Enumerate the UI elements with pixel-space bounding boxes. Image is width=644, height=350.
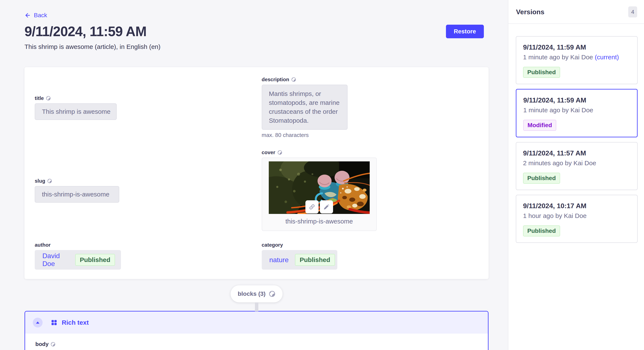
rich-text-body: body	[25, 334, 488, 348]
component-grid-icon	[51, 319, 58, 326]
page-header: 9/11/2024, 11:59 AM Restore	[24, 25, 484, 38]
link-icon	[309, 204, 315, 210]
version-meta: 1 hour ago by Kai Doe	[523, 212, 630, 220]
rich-text-header: Rich text	[25, 312, 488, 334]
author-label: author	[35, 242, 51, 248]
version-meta: 1 minute ago by Kai Doe (current)	[523, 53, 630, 61]
collapse-button[interactable]	[33, 318, 42, 328]
rich-text-label: Rich text	[62, 319, 89, 326]
cover-card: this-shrimp-is-awesome	[262, 158, 377, 231]
versions-heading: Versions	[516, 8, 544, 16]
fields-grid: title description Mantis shrimps, or sto…	[35, 77, 478, 270]
author-link[interactable]: David Doe	[42, 252, 69, 268]
version-status-badge: Published	[523, 173, 560, 184]
version-meta: 2 minutes ago by Kai Doe	[523, 159, 630, 167]
slug-label: slug	[35, 178, 45, 184]
blocks-connector	[255, 302, 258, 311]
category-link[interactable]: nature	[270, 256, 289, 264]
version-status-badge: Published	[523, 67, 560, 78]
version-current-label: (current)	[593, 54, 619, 61]
title-input	[35, 103, 117, 120]
version-detail-main: Back 9/11/2024, 11:59 AM Restore This sh…	[0, 0, 508, 350]
globe-icon	[269, 291, 275, 297]
version-title: 9/11/2024, 11:57 AM	[523, 149, 630, 157]
category-field: category nature Published	[262, 242, 478, 270]
version-title: 9/11/2024, 11:59 AM	[523, 96, 630, 104]
version-meta: 1 minute ago by Kai Doe	[523, 106, 630, 114]
slug-input	[35, 186, 119, 203]
title-field: title	[35, 95, 252, 120]
cover-label: cover	[262, 150, 275, 156]
author-field: author David Doe Published	[35, 242, 252, 270]
pencil-icon	[323, 204, 330, 210]
cover-filename: this-shrimp-is-awesome	[262, 218, 376, 225]
globe-icon	[46, 96, 51, 101]
description-hint: max. 80 characters	[262, 132, 478, 138]
category-relation-box: nature Published	[262, 250, 337, 270]
blocks-pill-label: blocks (3)	[238, 291, 266, 297]
version-fields-panel: title description Mantis shrimps, or sto…	[24, 67, 488, 279]
version-status-badge: Published	[523, 225, 560, 236]
cover-edit-button[interactable]	[320, 200, 333, 213]
title-label: title	[35, 95, 44, 101]
version-title: 9/11/2024, 10:17 AM	[523, 201, 630, 210]
page-subtitle: This shrimp is awesome (article), in Eng…	[24, 42, 508, 51]
version-title: 9/11/2024, 11:59 AM	[523, 43, 630, 51]
versions-sidebar: Versions 4 9/11/2024, 11:59 AM 1 minute …	[508, 0, 644, 350]
description-label: description	[262, 77, 289, 82]
page-title: 9/11/2024, 11:59 AM	[24, 25, 146, 38]
version-card[interactable]: 9/11/2024, 11:57 AM 2 minutes ago by Kai…	[516, 142, 638, 190]
cover-actions	[306, 200, 333, 213]
back-label: Back	[34, 12, 47, 19]
back-link[interactable]: Back	[24, 12, 47, 19]
blocks-pill: blocks (3)	[230, 285, 282, 302]
author-relation-box: David Doe Published	[35, 250, 121, 270]
rich-text-block: Rich text body	[24, 311, 488, 350]
slug-field: slug	[35, 178, 252, 203]
version-card[interactable]: 9/11/2024, 10:17 AM 1 hour ago by Kai Do…	[516, 195, 638, 243]
cover-link-button[interactable]	[306, 200, 318, 213]
globe-icon	[47, 178, 52, 183]
globe-icon	[291, 77, 296, 82]
body-label: body	[35, 341, 48, 348]
version-card[interactable]: 9/11/2024, 11:59 AM 1 minute ago by Kai …	[516, 89, 638, 137]
versions-count-badge: 4	[628, 6, 637, 17]
caret-up-icon	[36, 321, 40, 324]
globe-icon	[51, 342, 55, 347]
category-status-badge: Published	[295, 254, 335, 266]
versions-header: Versions 4	[508, 0, 644, 23]
restore-button[interactable]: Restore	[446, 25, 484, 38]
category-label: category	[262, 242, 283, 248]
author-status-badge: Published	[75, 254, 115, 266]
cover-field: cover	[262, 150, 478, 231]
versions-list: 9/11/2024, 11:59 AM 1 minute ago by Kai …	[508, 24, 644, 254]
arrow-left-icon	[24, 12, 31, 18]
version-card[interactable]: 9/11/2024, 11:59 AM 1 minute ago by Kai …	[516, 36, 638, 84]
blocks-section-divider: blocks (3)	[24, 279, 488, 311]
globe-icon	[278, 150, 282, 155]
version-status-badge: Modified	[523, 120, 556, 131]
description-textarea: Mantis shrimps, or stomatopods, are mari…	[262, 85, 348, 130]
description-field: description Mantis shrimps, or stomatopo…	[262, 77, 478, 138]
